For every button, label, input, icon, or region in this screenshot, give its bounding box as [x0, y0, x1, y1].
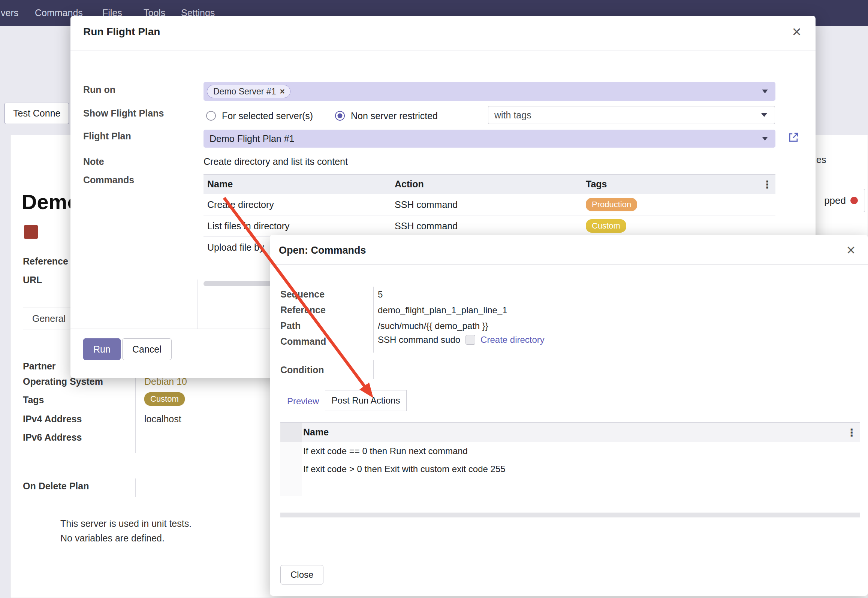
kebab-menu-icon[interactable]: ⋮ [762, 178, 772, 190]
tags-label: Tags [23, 395, 44, 405]
close-button[interactable]: Close [280, 565, 323, 585]
command-action: SSH command [395, 199, 586, 210]
on-delete-plan-label: On Delete Plan [23, 481, 89, 492]
server-chip-label: Demo Server #1 [213, 87, 276, 97]
commands-label: Commands [83, 175, 134, 185]
column-tags: Tags [586, 179, 775, 190]
partner-label: Partner [23, 361, 56, 372]
table-row-empty[interactable] [280, 478, 860, 496]
command-value-row: SSH command sudo Create directory [378, 335, 545, 345]
handle-cell [280, 460, 302, 478]
table-row[interactable]: Create directory SSH command Production [204, 194, 775, 215]
flight-plan-select[interactable]: Demo Flight Plan #1 [204, 130, 775, 148]
ipv4-label: IPv4 Address [23, 414, 82, 425]
custom-badge: Custom [586, 219, 626, 233]
run-on-field[interactable]: Demo Server #1 × [204, 82, 775, 101]
nav-item-servers[interactable]: vers [1, 0, 18, 26]
chevron-down-icon[interactable] [761, 113, 767, 117]
table-row[interactable]: If exit code == 0 then Run next command [280, 442, 860, 460]
tags-badge: Custom [144, 392, 185, 406]
flight-plan-value: Demo Flight Plan #1 [210, 133, 295, 144]
color-swatch[interactable] [24, 225, 38, 239]
sequence-value: 5 [378, 289, 383, 300]
with-tags-placeholder: with tags [494, 110, 531, 121]
kebab-menu-icon[interactable]: ⋮ [846, 426, 857, 438]
open-commands-modal: Open: Commands × Sequence Reference Path… [270, 235, 868, 596]
command-action: SSH command [395, 221, 586, 232]
table-row[interactable]: List files in directory SSH command Cust… [204, 215, 775, 237]
condition-label: Condition [280, 365, 324, 375]
tab-general-label: General [32, 313, 66, 324]
handle-column [280, 423, 302, 442]
commands-table-header: Name Action Tags ⋮ [204, 174, 775, 194]
note-label: Note [83, 156, 104, 167]
field-divider [373, 287, 374, 353]
production-badge: Production [586, 198, 637, 211]
ipv4-value: localhost [144, 414, 181, 425]
with-tags-select[interactable]: with tags [488, 106, 775, 124]
status-label: pped [824, 195, 846, 206]
command-name: List files in directory [204, 221, 395, 232]
radio-label-non-server-restricted: Non server restricted [351, 111, 438, 121]
close-icon[interactable]: × [792, 24, 801, 40]
operating-system-label: Operating System [23, 376, 103, 387]
header-divider [70, 51, 816, 51]
ipv6-label: IPv6 Address [23, 432, 82, 443]
post-run-actions-table: Name ⋮ If exit code == 0 then Run next c… [280, 422, 860, 496]
radio-non-server-restricted[interactable] [335, 111, 345, 121]
actions-table-header: Name ⋮ [280, 422, 860, 442]
close-icon[interactable]: × [847, 242, 855, 257]
handle-cell [280, 442, 302, 460]
note-value: Create directory and list its content [204, 156, 348, 167]
command-label: Command [280, 336, 326, 347]
command-name: Create directory [204, 199, 395, 210]
modal-title: Open: Commands [279, 245, 366, 256]
sequence-label: Sequence [280, 289, 325, 300]
chevron-down-icon[interactable] [762, 90, 768, 93]
modal-title: Run Flight Plan [83, 26, 160, 38]
url-label: URL [23, 275, 42, 286]
command-value: SSH command sudo [378, 335, 460, 345]
tab-post-run-actions[interactable]: Post Run Actions [325, 390, 407, 411]
handle-cell [280, 478, 302, 496]
checkbox[interactable] [465, 335, 475, 345]
external-link-icon[interactable] [787, 131, 800, 144]
column-name: Name [204, 179, 395, 190]
partial-text: es [816, 154, 826, 165]
create-directory-link[interactable]: Create directory [480, 335, 545, 345]
path-label: Path [280, 320, 301, 331]
run-on-label: Run on [83, 84, 115, 95]
reference-label: Reference [280, 305, 326, 315]
action-name: If exit code == 0 then Run next command [302, 446, 468, 456]
column-separator [197, 280, 198, 329]
server-chip: Demo Server #1 × [207, 85, 290, 98]
test-connection-button[interactable]: Test Conne [4, 103, 69, 124]
variables-note: No variables are defined. [60, 533, 165, 544]
table-row[interactable]: If exit code > 0 then Exit with custom e… [280, 460, 860, 478]
status-dot-icon [850, 197, 858, 204]
radio-for-selected-servers[interactable] [206, 111, 216, 121]
field-divider [135, 478, 136, 497]
header-divider [270, 264, 868, 265]
field-divider [373, 360, 374, 379]
path-value: /such/much/{{ demo_path }} [378, 321, 488, 331]
action-name: If exit code > 0 then Exit with custom e… [302, 464, 506, 474]
operating-system-link[interactable]: Debian 10 [144, 376, 187, 387]
horizontal-scrollbar[interactable] [280, 513, 860, 517]
tab-preview[interactable]: Preview [287, 396, 319, 407]
reference-label: Reference [23, 256, 68, 267]
cancel-button[interactable]: Cancel [122, 338, 172, 360]
run-button[interactable]: Run [83, 338, 121, 360]
remove-chip-icon[interactable]: × [280, 87, 284, 97]
column-action: Action [395, 179, 586, 190]
chevron-down-icon[interactable] [762, 137, 768, 141]
show-flight-plans-label: Show Flight Plans [83, 108, 164, 119]
column-name: Name [302, 427, 329, 438]
radio-label-for-selected-servers: For selected server(s) [222, 111, 313, 121]
unit-test-note: This server is used in unit tests. [60, 518, 192, 529]
reference-value: demo_flight_plan_1_plan_line_1 [378, 305, 507, 315]
flight-plan-label: Flight Plan [83, 131, 131, 142]
